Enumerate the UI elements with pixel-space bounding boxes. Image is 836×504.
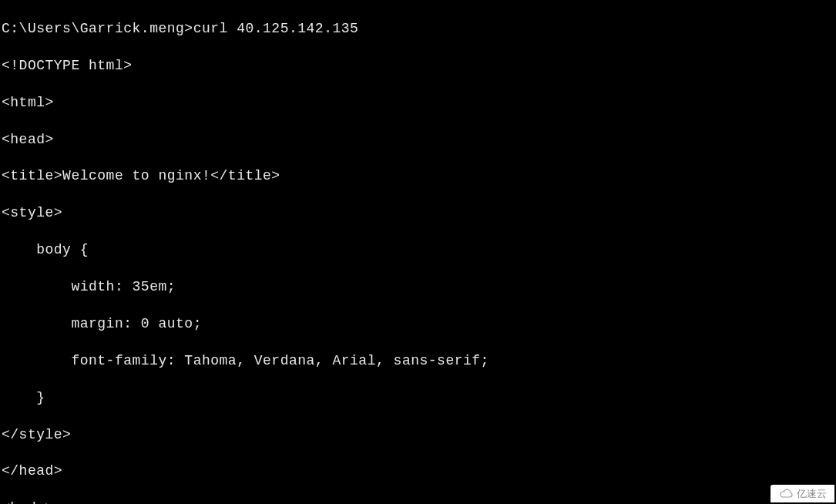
output-line: <style> — [2, 204, 834, 223]
output-line: <title>Welcome to nginx!</title> — [2, 167, 834, 186]
terminal-output[interactable]: C:\Users\Garrick.meng>curl 40.125.142.13… — [2, 2, 834, 504]
command: curl 40.125.142.135 — [193, 21, 359, 36]
command-line: C:\Users\Garrick.meng>curl 40.125.142.13… — [2, 20, 834, 39]
output-line: </style> — [2, 426, 834, 445]
output-line: <html> — [2, 94, 834, 113]
output-line: margin: 0 auto; — [2, 315, 834, 334]
cloud-icon — [778, 488, 794, 499]
output-line: width: 35em; — [2, 278, 834, 297]
output-line: } — [2, 389, 834, 408]
output-line: </head> — [2, 462, 834, 481]
output-line: <head> — [2, 131, 834, 150]
output-line: <body> — [2, 499, 834, 504]
output-line: body { — [2, 241, 834, 260]
watermark-badge: 亿速云 — [771, 485, 834, 502]
watermark-text: 亿速云 — [797, 487, 827, 500]
output-line: font-family: Tahoma, Verdana, Arial, san… — [2, 352, 834, 371]
output-line: <!DOCTYPE html> — [2, 57, 834, 76]
prompt: C:\Users\Garrick.meng> — [2, 21, 193, 36]
